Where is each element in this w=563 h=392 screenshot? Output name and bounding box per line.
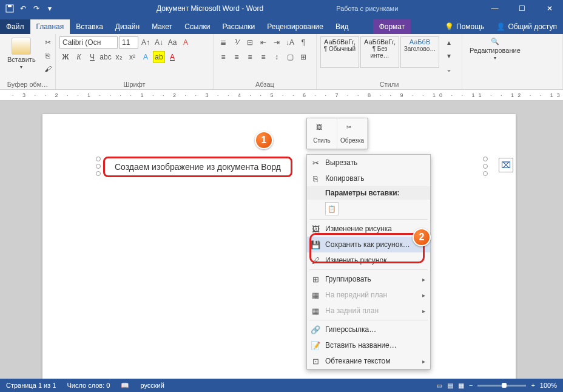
status-language[interactable]: русский bbox=[140, 382, 164, 389]
picture-style-icon: 🖼 bbox=[316, 124, 328, 136]
editing-button[interactable]: 🔍Редактирование▾ bbox=[466, 36, 524, 62]
numbering-icon[interactable]: ⅟ bbox=[231, 36, 243, 49]
indent-inc-icon[interactable]: ⇥ bbox=[271, 36, 283, 49]
align-right-icon[interactable]: ≡ bbox=[244, 51, 256, 63]
font-size-select[interactable]: 11 bbox=[119, 36, 138, 49]
save-pic-icon: 💾 bbox=[311, 240, 320, 249]
menu-copy[interactable]: ⎘Копировать bbox=[307, 171, 430, 186]
align-center-icon[interactable]: ≡ bbox=[231, 51, 243, 63]
tab-view[interactable]: Вид bbox=[329, 19, 355, 34]
text-effects-icon[interactable]: A bbox=[140, 51, 152, 63]
show-marks-icon[interactable]: ¶ bbox=[297, 36, 309, 49]
font-color-icon[interactable]: A bbox=[166, 51, 178, 63]
menu-hyperlink[interactable]: 🔗Гиперссылка… bbox=[307, 322, 430, 337]
front-icon: ▦ bbox=[311, 290, 320, 300]
menu-group[interactable]: ⊞Группировать▸ bbox=[307, 271, 430, 287]
menu-change-picture[interactable]: 🖼Изменение рисунка▸ bbox=[307, 221, 430, 237]
menu-edit-picture[interactable]: 🖊Изменить рисунок… bbox=[307, 252, 430, 268]
underline-button[interactable]: Ч bbox=[86, 51, 98, 63]
zoom-slider[interactable] bbox=[477, 385, 526, 387]
style-no-spacing[interactable]: АаБбВвГг,¶ Без инте… bbox=[360, 36, 399, 68]
view-web-icon[interactable]: ▦ bbox=[458, 382, 464, 390]
subscript-button[interactable]: x₂ bbox=[113, 51, 125, 63]
styles-down-icon[interactable]: ▾ bbox=[443, 50, 455, 62]
tab-design[interactable]: Дизайн bbox=[109, 19, 146, 34]
align-left-icon[interactable]: ≡ bbox=[217, 51, 229, 63]
selected-image-text[interactable]: Создаем изображение из документа Ворд bbox=[103, 157, 292, 177]
italic-button[interactable]: К bbox=[73, 51, 85, 63]
shrink-font-icon[interactable]: A↓ bbox=[153, 36, 165, 49]
style-heading[interactable]: АаБбВЗаголово… bbox=[400, 36, 439, 68]
bold-button[interactable]: Ж bbox=[59, 51, 72, 63]
paste-button[interactable]: Вставить ▾ bbox=[4, 36, 39, 71]
undo-icon[interactable]: ↶ bbox=[18, 4, 28, 13]
strike-button[interactable]: abc bbox=[99, 51, 112, 63]
menu-insert-caption[interactable]: 📝Вставить название… bbox=[307, 337, 430, 353]
menu-wrap-text[interactable]: ⊡Обтекание текстом▸ bbox=[307, 353, 430, 369]
share-icon: 👤 bbox=[496, 22, 505, 31]
find-icon: 🔍 bbox=[491, 38, 499, 46]
mini-style-button[interactable]: 🖼Стиль bbox=[307, 118, 337, 149]
tab-layout[interactable]: Макет bbox=[146, 19, 178, 34]
save-icon[interactable] bbox=[5, 4, 15, 13]
view-print-icon[interactable]: ▤ bbox=[447, 382, 453, 390]
highlight-icon[interactable]: ab bbox=[153, 51, 165, 63]
borders-icon[interactable]: ⊞ bbox=[297, 51, 309, 63]
styles-up-icon[interactable]: ▴ bbox=[443, 36, 455, 49]
paste-options-header: Параметры вставки: bbox=[307, 186, 430, 200]
close-button[interactable]: ✕ bbox=[536, 0, 563, 17]
shading-icon[interactable]: ▢ bbox=[284, 51, 296, 63]
view-read-icon[interactable]: ▭ bbox=[436, 382, 442, 390]
status-page[interactable]: Страница 1 из 1 bbox=[6, 382, 56, 389]
zoom-in-button[interactable]: + bbox=[531, 382, 534, 389]
tab-format[interactable]: Формат bbox=[373, 19, 411, 34]
help-button[interactable]: 💡Помощь bbox=[439, 19, 490, 34]
tab-insert[interactable]: Вставка bbox=[70, 19, 109, 34]
grow-font-icon[interactable]: A↑ bbox=[140, 36, 152, 49]
line-spacing-icon[interactable]: ↕ bbox=[271, 51, 283, 63]
justify-icon[interactable]: ≡ bbox=[257, 51, 269, 63]
zoom-out-button[interactable]: − bbox=[469, 382, 473, 389]
group-font: Calibri (Осн 11 A↑ A↓ Aa A Ж К Ч abc x₂ … bbox=[56, 34, 214, 89]
bullets-icon[interactable]: ≣ bbox=[217, 36, 229, 49]
page[interactable]: Создаем изображение из документа Ворд ⌧ bbox=[42, 114, 516, 379]
zoom-level[interactable]: 100% bbox=[540, 382, 557, 389]
horizontal-ruler[interactable]: · 3 · · 2 · · 1 · · · · 1 · · 2 · · 3 · … bbox=[0, 90, 563, 101]
sort-icon[interactable]: ↓A bbox=[284, 36, 296, 49]
clear-format-icon[interactable]: A bbox=[180, 36, 192, 49]
tab-references[interactable]: Ссылки bbox=[178, 19, 216, 34]
cut-icon[interactable]: ✂ bbox=[42, 36, 54, 49]
mini-crop-button[interactable]: ✂Обрезка bbox=[337, 118, 368, 149]
change-case-icon[interactable]: Aa bbox=[166, 36, 178, 49]
wrap-icon: ⊡ bbox=[311, 356, 320, 366]
redo-icon[interactable]: ↷ bbox=[32, 4, 41, 13]
qat-dropdown-icon[interactable]: ▾ bbox=[45, 4, 55, 13]
maximize-button[interactable]: ☐ bbox=[508, 0, 536, 17]
format-painter-icon[interactable]: 🖌 bbox=[42, 63, 54, 75]
style-normal[interactable]: АаБбВвГг,¶ Обычный bbox=[320, 36, 359, 68]
paste-picture-option[interactable]: 📋 bbox=[325, 202, 339, 215]
tab-review[interactable]: Рецензирование bbox=[261, 19, 329, 34]
tab-mailings[interactable]: Рассылки bbox=[216, 19, 261, 34]
selection-handles-left[interactable] bbox=[96, 157, 101, 176]
context-menu: ✂Вырезать ⎘Копировать Параметры вставки:… bbox=[306, 154, 431, 370]
styles-more-icon[interactable]: ⌄ bbox=[443, 63, 455, 75]
indent-dec-icon[interactable]: ⇤ bbox=[257, 36, 269, 49]
multilevel-icon[interactable]: ⊟ bbox=[244, 36, 256, 49]
status-words[interactable]: Число слов: 0 bbox=[67, 382, 110, 389]
proofing-icon[interactable]: 📖 bbox=[121, 382, 129, 390]
superscript-button[interactable]: x² bbox=[126, 51, 138, 63]
menu-cut[interactable]: ✂Вырезать bbox=[307, 155, 430, 171]
styles-gallery[interactable]: АаБбВвГг,¶ Обычный АаБбВвГг,¶ Без инте… … bbox=[320, 36, 439, 68]
menu-save-as-picture[interactable]: 💾Сохранить как рисунок… bbox=[307, 237, 430, 252]
font-name-select[interactable]: Calibri (Осн bbox=[59, 36, 118, 49]
tab-home[interactable]: Главная bbox=[30, 19, 70, 34]
copy-icon[interactable]: ⎘ bbox=[42, 50, 54, 62]
layout-options-button[interactable]: ⌧ bbox=[499, 158, 513, 172]
selection-handles-right[interactable] bbox=[483, 157, 488, 176]
share-button[interactable]: 👤Общий доступ bbox=[490, 19, 563, 34]
layout-icon: ⌧ bbox=[501, 160, 511, 170]
tab-file[interactable]: Файл bbox=[0, 19, 30, 34]
minimize-button[interactable]: ― bbox=[481, 0, 508, 17]
document-area[interactable]: Создаем изображение из документа Ворд ⌧ … bbox=[0, 101, 563, 379]
